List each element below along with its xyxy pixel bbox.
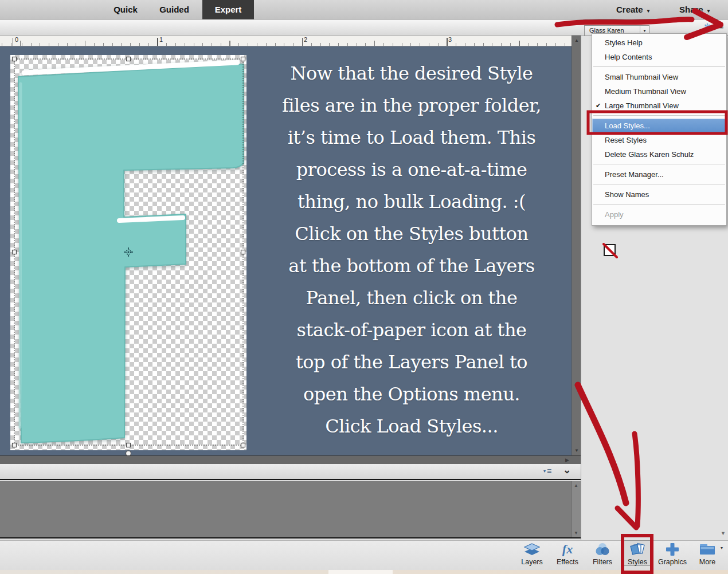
effects-button[interactable]: fx Effects (551, 542, 584, 568)
menu-item-label: Small Thumbnail View (605, 73, 678, 81)
menu-item-large-thumbnail-view[interactable]: ✔ Large Thumbnail View (592, 99, 726, 113)
selection-bounding-box[interactable] (0, 46, 572, 455)
menu-item-show-names[interactable]: Show Names (592, 187, 726, 202)
filters-icon (586, 542, 619, 557)
photo-bin-scrollbar[interactable]: ▲ ▼ (571, 481, 581, 537)
chevron-down-icon: ▾ (543, 469, 546, 474)
menu-item-preset-manager[interactable]: Preset Manager... (592, 167, 726, 182)
menu-item-apply: Apply (592, 207, 726, 222)
menu-item-delete-style-set[interactable]: Delete Glass Karen Schulz (592, 147, 726, 162)
scroll-up-icon[interactable]: ▲ (572, 483, 581, 488)
menu-item-label: Help Contents (605, 53, 652, 61)
menu-item-label: Large Thumbnail View (605, 101, 679, 110)
photo-bin-divider: ▶ (0, 455, 581, 464)
menu-lines-icon: ≡ (719, 23, 723, 32)
menu-item-label: Reset Styles (605, 136, 647, 144)
panel-scroll-down-icon[interactable]: ▼ (721, 530, 726, 536)
favorites-icon[interactable]: ✻ (704, 22, 711, 31)
chevron-down-icon[interactable]: ▾ (721, 545, 723, 551)
button-label: Styles (621, 558, 654, 566)
menu-item-label: Medium Thumbnail View (605, 87, 686, 96)
button-label: Effects (551, 558, 584, 566)
share-label: Share (679, 5, 703, 14)
menu-separator (592, 113, 726, 119)
button-label: Filters (586, 558, 619, 566)
menu-item-label: Preset Manager... (605, 170, 664, 179)
chevron-down-icon: ▾ (647, 8, 650, 14)
ruler-number: 2 (304, 36, 307, 43)
photo-bin[interactable]: ▲ ▼ (0, 481, 581, 538)
scroll-down-icon[interactable]: ▼ (572, 448, 581, 453)
button-label: Graphics (656, 558, 689, 566)
menu-item-load-styles[interactable]: Load Styles... (592, 119, 726, 133)
rotate-handle (126, 451, 131, 455)
horizontal-ruler: 0 1 2 3 (0, 36, 572, 46)
menu-item-styles-help[interactable]: Styles Help (592, 36, 726, 50)
chevron-down-icon: ▾ (715, 25, 718, 30)
menu-item-medium-thumbnail-view[interactable]: Medium Thumbnail View (592, 84, 726, 99)
menu-item-label: Styles Help (605, 38, 643, 47)
document-canvas[interactable]: Now that the desired Style files are in … (0, 46, 572, 455)
collapse-bin-icon[interactable]: ⌄ (563, 464, 571, 476)
canvas-vertical-scrollbar[interactable]: ▲ ▼ (572, 36, 581, 455)
share-menu-button[interactable]: Share▾ (679, 0, 710, 19)
menu-item-label: Delete Glass Karen Schulz (605, 150, 694, 159)
styles-icon (621, 542, 654, 557)
bin-options-button[interactable]: ▾ ≡ (543, 467, 551, 475)
create-menu-button[interactable]: Create▾ (616, 0, 649, 19)
menu-lines-icon: ≡ (547, 467, 551, 475)
play-icon[interactable]: ▶ (565, 457, 569, 463)
more-icon (691, 542, 724, 557)
filters-button[interactable]: Filters (586, 542, 619, 568)
no-style-swatch[interactable] (604, 244, 616, 256)
chevron-down-icon: ▾ (707, 8, 710, 14)
menu-item-small-thumbnail-view[interactable]: Small Thumbnail View (592, 70, 726, 84)
photo-bin-header: ▾ ≡ ⌄ (0, 464, 581, 480)
ruler-number: 0 (15, 36, 18, 43)
effects-icon: fx (551, 542, 584, 557)
ruler-number: 3 (448, 36, 452, 43)
checkmark-icon: ✔ (596, 99, 601, 113)
ruler-number: 1 (159, 36, 163, 43)
menu-separator (592, 162, 726, 167)
layers-button[interactable]: Layers (515, 542, 549, 568)
styles-button[interactable]: Styles (621, 542, 654, 568)
menu-separator (592, 64, 726, 70)
menu-item-label: Load Styles... (605, 121, 650, 130)
more-button[interactable]: More ▾ (691, 542, 724, 568)
tab-quick[interactable]: Quick (105, 0, 146, 19)
menu-item-label: Apply (605, 210, 624, 219)
graphics-button[interactable]: Graphics (656, 542, 689, 568)
menu-item-reset-styles[interactable]: Reset Styles (592, 133, 726, 147)
no-style-diagonal (602, 243, 618, 258)
button-label: More (691, 558, 724, 566)
graphics-icon (656, 542, 689, 557)
desktop-taskbar-edge (0, 570, 728, 574)
styles-options-menu: Styles Help Help Contents Small Thumbnai… (592, 33, 727, 226)
menu-separator (592, 202, 726, 207)
transform-reference-point (124, 247, 133, 257)
mode-bar: Quick Guided Expert Create▾ Share▾ (0, 0, 728, 19)
scroll-up-icon[interactable]: ▲ (572, 38, 581, 43)
layers-icon (515, 542, 549, 557)
menu-item-label: Show Names (605, 190, 649, 199)
tab-guided[interactable]: Guided (152, 0, 196, 19)
button-label: Layers (515, 558, 549, 566)
menu-item-help-contents[interactable]: Help Contents (592, 50, 726, 64)
taskbar: Layers fx Effects Filters (0, 540, 728, 570)
menu-separator (592, 182, 726, 187)
panel-options-button[interactable]: ▾ ≡ (715, 23, 723, 32)
tab-expert[interactable]: Expert (202, 0, 254, 19)
desktop-taskbar-highlight (328, 570, 393, 574)
create-label: Create (616, 5, 643, 14)
ruler-major-ticks (0, 38, 572, 46)
scroll-down-icon[interactable]: ▼ (572, 530, 581, 536)
